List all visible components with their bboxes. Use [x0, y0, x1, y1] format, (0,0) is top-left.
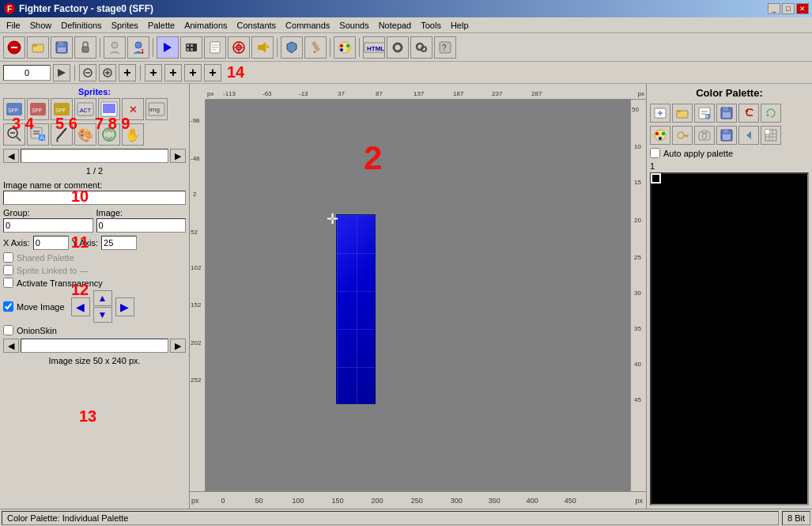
color-cell[interactable]: [691, 278, 700, 286]
color-cell[interactable]: [779, 236, 787, 244]
color-cell[interactable]: [710, 215, 719, 224]
color-cell[interactable]: [788, 195, 797, 203]
color-cell[interactable]: [750, 174, 758, 183]
color-cell[interactable]: [651, 195, 660, 203]
color-cell[interactable]: [730, 278, 738, 286]
toolbar-btn-doc[interactable]: [204, 36, 226, 59]
xaxis-input[interactable]: [33, 236, 69, 250]
color-cell[interactable]: [799, 215, 807, 224]
color-cell[interactable]: [750, 278, 758, 286]
color-cell[interactable]: [661, 236, 670, 244]
color-cell[interactable]: [769, 278, 778, 286]
color-cell[interactable]: [779, 360, 787, 369]
color-cell[interactable]: [681, 422, 689, 431]
color-cell[interactable]: [730, 422, 738, 431]
color-cell[interactable]: [769, 195, 778, 203]
color-cell[interactable]: [788, 174, 797, 183]
color-cell[interactable]: [799, 339, 807, 348]
color-cell[interactable]: [720, 278, 729, 286]
menu-definitions[interactable]: Definitions: [56, 19, 106, 32]
sprite-icon-act[interactable]: .ACT: [74, 98, 96, 120]
color-cell[interactable]: [661, 484, 670, 493]
color-cell[interactable]: [759, 484, 768, 493]
color-cell[interactable]: [759, 319, 768, 327]
color-cell[interactable]: [710, 174, 719, 183]
color-cell[interactable]: [681, 236, 689, 244]
color-cell[interactable]: [691, 257, 700, 266]
color-cell[interactable]: [739, 278, 748, 286]
color-cell[interactable]: [710, 422, 719, 431]
color-cell[interactable]: [661, 195, 670, 203]
color-cell[interactable]: [691, 360, 700, 369]
color-cell[interactable]: [799, 298, 807, 307]
color-cell[interactable]: [750, 484, 758, 493]
menu-palette[interactable]: Palette: [143, 19, 179, 32]
color-cell[interactable]: [739, 464, 748, 472]
color-cell[interactable]: [651, 380, 660, 389]
color-cell[interactable]: [720, 174, 729, 183]
color-cell[interactable]: [759, 215, 768, 224]
color-cell[interactable]: [788, 464, 797, 472]
palette-btn-open[interactable]: [672, 104, 693, 123]
color-cell[interactable]: [671, 380, 680, 389]
color-cell[interactable]: [769, 360, 778, 369]
scroll-left-btn[interactable]: ◀: [3, 339, 19, 353]
menu-commands[interactable]: Commands: [281, 19, 334, 32]
toolbar-btn-pencil[interactable]: [304, 36, 327, 59]
color-cell[interactable]: [799, 236, 807, 244]
color-cell[interactable]: [651, 484, 660, 493]
color-cell[interactable]: [720, 236, 729, 244]
color-cell[interactable]: [691, 464, 700, 472]
color-cell[interactable]: [651, 298, 660, 307]
color-cell[interactable]: [759, 464, 768, 472]
color-cell[interactable]: [691, 195, 700, 203]
move-left-btn[interactable]: ◀: [71, 297, 90, 316]
toolbar-btn-close[interactable]: [3, 36, 25, 59]
color-cell[interactable]: [779, 422, 787, 431]
move-right-btn[interactable]: ▶: [115, 297, 134, 316]
toolbar-btn-person2[interactable]: 1: [127, 36, 149, 59]
color-cell[interactable]: [788, 422, 797, 431]
color-cell[interactable]: [701, 380, 709, 389]
color-cell[interactable]: [730, 401, 738, 410]
color-cell[interactable]: [710, 257, 719, 266]
color-cell[interactable]: [661, 380, 670, 389]
color-cell[interactable]: [691, 443, 700, 452]
color-cell[interactable]: [661, 257, 670, 266]
color-cell[interactable]: [651, 339, 660, 348]
color-cell[interactable]: [701, 484, 709, 493]
color-cell[interactable]: [661, 422, 670, 431]
sprite-scrollbar[interactable]: [21, 149, 168, 163]
color-cell[interactable]: [769, 380, 778, 389]
color-cell[interactable]: [769, 484, 778, 493]
color-cell[interactable]: [720, 443, 729, 452]
nav-next-btn[interactable]: ▶: [170, 149, 186, 163]
color-cell[interactable]: [710, 360, 719, 369]
color-cell[interactable]: [788, 319, 797, 327]
color-cell[interactable]: [750, 443, 758, 452]
color-cell[interactable]: [681, 215, 689, 224]
color-cell[interactable]: [769, 215, 778, 224]
color-cell[interactable]: [788, 360, 797, 369]
zoom-out-btn[interactable]: [79, 64, 96, 81]
toolbar-btn-open[interactable]: [27, 36, 49, 59]
color-cell[interactable]: [701, 215, 709, 224]
color-cell[interactable]: [730, 257, 738, 266]
color-cell[interactable]: [681, 257, 689, 266]
color-cell[interactable]: [681, 319, 689, 327]
color-cell[interactable]: [739, 380, 748, 389]
palette-btn-capture[interactable]: [694, 126, 715, 145]
color-cell[interactable]: [799, 380, 807, 389]
color-cell[interactable]: [720, 195, 729, 203]
image-input[interactable]: [96, 218, 187, 233]
color-cell[interactable]: [701, 319, 709, 327]
color-cell[interactable]: [799, 484, 807, 493]
color-cell[interactable]: [739, 236, 748, 244]
color-cell[interactable]: [788, 443, 797, 452]
color-cell[interactable]: [739, 174, 748, 183]
color-cell[interactable]: [661, 298, 670, 307]
color-cell[interactable]: [730, 484, 738, 493]
color-cell[interactable]: [710, 443, 719, 452]
color-cell[interactable]: [671, 195, 680, 203]
nav-plus3-btn[interactable]: +: [184, 64, 202, 81]
